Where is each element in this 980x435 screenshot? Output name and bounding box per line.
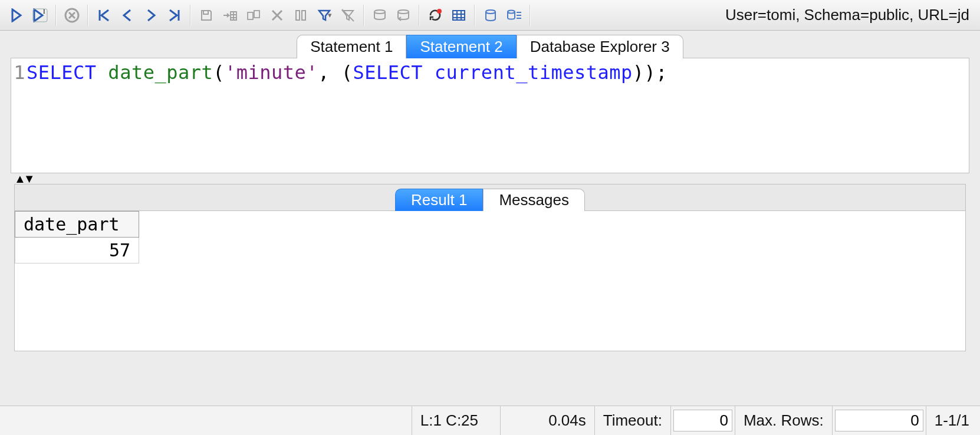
- timeout-input[interactable]: [673, 410, 732, 431]
- svg-rect-6: [302, 11, 305, 20]
- exec-time: 0.04s: [501, 406, 595, 435]
- db-object-button[interactable]: [479, 4, 502, 27]
- sql-punct: ;: [656, 61, 667, 84]
- rollback-button[interactable]: [392, 4, 415, 27]
- filter-button[interactable]: ▾: [313, 4, 336, 27]
- last-record-button[interactable]: [163, 4, 186, 27]
- db-list-button[interactable]: [502, 4, 526, 27]
- reconnect-button[interactable]: [423, 4, 447, 27]
- status-bar: L:1 C:25 0.04s Timeout: Max. Rows: 1-1/1: [0, 406, 980, 435]
- svg-rect-5: [296, 11, 300, 20]
- connection-info: User=tomi, Schema=public, URL=jd: [725, 6, 978, 24]
- column-header[interactable]: date_part: [15, 212, 139, 238]
- svg-point-9: [437, 9, 442, 14]
- show-grid-button[interactable]: [447, 4, 471, 27]
- prev-record-button[interactable]: [116, 4, 139, 27]
- tab-result-1[interactable]: Result 1: [395, 189, 483, 211]
- tab-statement-2[interactable]: Statement 2: [406, 35, 516, 58]
- results-grid[interactable]: date_part 57: [15, 210, 965, 351]
- sql-punct: ): [633, 61, 644, 84]
- svg-point-12: [508, 10, 515, 13]
- sql-punct: (: [213, 61, 225, 84]
- svg-text:I: I: [43, 8, 45, 15]
- maxrows-input[interactable]: [835, 410, 923, 431]
- sql-editor[interactable]: 1 SELECT date_part('minute', (SELECT cur…: [11, 58, 969, 173]
- stop-button[interactable]: [60, 4, 84, 27]
- run-current-button[interactable]: I: [28, 4, 52, 27]
- sql-punct: ,: [318, 61, 341, 84]
- svg-point-11: [486, 10, 495, 14]
- svg-rect-3: [248, 12, 253, 19]
- insert-row-button[interactable]: [218, 4, 242, 27]
- workspace-tabstrip: Statement 1 Statement 2 Database Explore…: [11, 31, 969, 58]
- tab-database-explorer-3[interactable]: Database Explorer 3: [517, 35, 683, 58]
- workspace: Statement 1 Statement 2 Database Explore…: [0, 31, 980, 406]
- save-edits-button[interactable]: [195, 4, 218, 27]
- delete-row-button[interactable]: [265, 4, 289, 27]
- cell-value[interactable]: 57: [15, 238, 139, 263]
- svg-rect-4: [254, 11, 259, 18]
- editor-code[interactable]: SELECT date_part('minute', (SELECT curre…: [27, 58, 671, 173]
- sql-punct: ): [644, 61, 656, 84]
- sql-keyword: SELECT: [353, 61, 423, 84]
- status-spacer: [11, 406, 412, 435]
- run-button[interactable]: [5, 4, 28, 27]
- row-range: 1-1/1: [926, 406, 980, 435]
- tab-statement-1[interactable]: Statement 1: [297, 35, 406, 58]
- next-record-button[interactable]: [139, 4, 163, 27]
- sql-function: date_part: [108, 61, 213, 84]
- main-toolbar: I: [0, 0, 980, 31]
- table-row[interactable]: 57: [15, 238, 139, 263]
- editor-gutter: 1: [11, 58, 27, 173]
- sql-punct: (: [341, 61, 353, 84]
- results-panel: Result 1 Messages date_part 57: [14, 184, 966, 351]
- sql-string: 'minute': [225, 61, 318, 84]
- column-select-button[interactable]: [289, 4, 313, 27]
- sql-keyword: SELECT: [27, 61, 97, 84]
- cursor-position: L:1 C:25: [412, 406, 501, 435]
- first-record-button[interactable]: [92, 4, 116, 27]
- copy-row-button[interactable]: [242, 4, 265, 27]
- sql-keyword: current_timestamp: [435, 61, 633, 84]
- results-tabstrip: Result 1 Messages: [15, 184, 965, 210]
- svg-point-8: [398, 10, 409, 14]
- clear-filter-button[interactable]: [336, 4, 360, 27]
- svg-point-7: [374, 10, 385, 14]
- splitter-handle[interactable]: ▲▼: [11, 173, 969, 184]
- tab-messages[interactable]: Messages: [483, 189, 585, 211]
- maxrows-label: Max. Rows:: [735, 406, 833, 435]
- timeout-label: Timeout:: [595, 406, 671, 435]
- svg-rect-10: [453, 11, 465, 20]
- commit-button[interactable]: [368, 4, 392, 27]
